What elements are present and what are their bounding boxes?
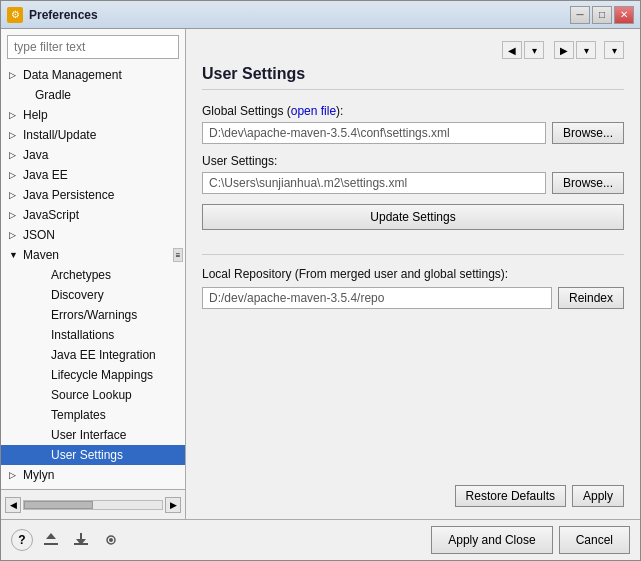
open-file-link[interactable]: open file [291, 104, 336, 118]
cancel-button[interactable]: Cancel [559, 526, 630, 554]
separator [202, 254, 624, 255]
user-settings-label: User Settings: [202, 154, 624, 168]
bottom-left-icons: ? [11, 528, 123, 552]
apply-button[interactable]: Apply [572, 485, 624, 507]
local-repo-row: Reindex [202, 287, 624, 309]
tree-item-errors-warnings[interactable]: Errors/Warnings [1, 305, 185, 325]
expand-arrow: ▷ [9, 210, 19, 220]
home-settings-icon [102, 531, 120, 549]
title-bar: ⚙ Preferences ─ □ ✕ [1, 1, 640, 29]
reindex-button[interactable]: Reindex [558, 287, 624, 309]
back-dropdown[interactable]: ▾ [524, 41, 544, 59]
tree-item-install-update[interactable]: ▷ Install/Update [1, 125, 185, 145]
tree-item-templates[interactable]: Templates [1, 405, 185, 425]
window-title: Preferences [29, 8, 570, 22]
global-settings-label: Global Settings (open file): [202, 104, 624, 118]
scroll-track[interactable] [23, 500, 163, 510]
filter-input[interactable] [7, 35, 179, 59]
tree-item-javascript[interactable]: ▷ JavaScript [1, 205, 185, 225]
apply-and-close-button[interactable]: Apply and Close [431, 526, 552, 554]
expand-arrow: ▼ [9, 250, 19, 260]
expand-arrow: ▷ [9, 230, 19, 240]
scroll-left-button[interactable]: ◀ [5, 497, 21, 513]
tree-item-data-management[interactable]: ▷ Data Management [1, 65, 185, 85]
left-panel: ▷ Data Management Gradle ▷ Help ▷ Instal… [1, 29, 186, 519]
local-repo-input[interactable] [202, 287, 552, 309]
tree-item-gradle[interactable]: Gradle [1, 85, 185, 105]
global-settings-input[interactable] [202, 122, 546, 144]
minimize-button[interactable]: ─ [570, 6, 590, 24]
window-icon: ⚙ [7, 7, 23, 23]
content-area: ▷ Data Management Gradle ▷ Help ▷ Instal… [1, 29, 640, 519]
menu-dropdown[interactable]: ▾ [604, 41, 624, 59]
scroll-thumb[interactable] [24, 501, 93, 509]
svg-rect-0 [44, 543, 58, 545]
tree-area: ▷ Data Management Gradle ▷ Help ▷ Instal… [1, 65, 185, 489]
svg-point-6 [109, 538, 113, 542]
left-panel-scrollbar-area: ◀ ▶ [1, 489, 185, 519]
horizontal-scrollbar[interactable]: ◀ ▶ [3, 495, 183, 515]
tree-item-source-lookup[interactable]: Source Lookup [1, 385, 185, 405]
bottom-right-buttons: Apply and Close Cancel [431, 526, 630, 554]
tree-item-java[interactable]: ▷ Java [1, 145, 185, 165]
bottom-action-bar: ? Apply and [1, 519, 640, 560]
settings-content: User Settings Global Settings (open file… [202, 65, 624, 507]
tree-item-maven[interactable]: ▼ Maven ≡ [1, 245, 185, 265]
local-repo-label: Local Repository (From merged user and g… [202, 267, 624, 281]
tree-item-java-ee-integration[interactable]: Java EE Integration [1, 345, 185, 365]
panel-title: User Settings [202, 65, 624, 90]
tree-item-discovery[interactable]: Discovery [1, 285, 185, 305]
navigation-toolbar: ◀ ▾ ▶ ▾ ▾ [202, 41, 624, 59]
forward-dropdown[interactable]: ▾ [576, 41, 596, 59]
browse-user-button[interactable]: Browse... [552, 172, 624, 194]
global-settings-row: Browse... [202, 122, 624, 144]
expand-arrow: ▷ [9, 70, 19, 80]
restore-apply-row: Restore Defaults Apply [202, 473, 624, 507]
expand-arrow: ▷ [9, 110, 19, 120]
tree-item-archetypes[interactable]: Archetypes [1, 265, 185, 285]
help-icon-button[interactable]: ? [11, 529, 33, 551]
scroll-right-button[interactable]: ▶ [165, 497, 181, 513]
tree-item-user-settings[interactable]: User Settings [1, 445, 185, 465]
tree-item-lifecycle-mappings[interactable]: Lifecycle Mappings [1, 365, 185, 385]
maximize-button[interactable]: □ [592, 6, 612, 24]
right-panel: ◀ ▾ ▶ ▾ ▾ User Settings Global Settings … [186, 29, 640, 519]
expand-arrow: ▷ [9, 170, 19, 180]
export-button[interactable] [69, 528, 93, 552]
user-settings-input[interactable] [202, 172, 546, 194]
tree-item-user-interface[interactable]: User Interface [1, 425, 185, 445]
settings-icon-button[interactable] [99, 528, 123, 552]
tree-item-java-persistence[interactable]: ▷ Java Persistence [1, 185, 185, 205]
user-settings-row: Browse... [202, 172, 624, 194]
scroll-indicator: ≡ [173, 248, 183, 262]
browse-global-button[interactable]: Browse... [552, 122, 624, 144]
svg-marker-1 [46, 533, 56, 539]
back-button[interactable]: ◀ [502, 41, 522, 59]
restore-defaults-button[interactable]: Restore Defaults [455, 485, 566, 507]
update-settings-button[interactable]: Update Settings [202, 204, 624, 230]
preferences-window: ⚙ Preferences ─ □ ✕ ▷ Data Management Gr… [0, 0, 641, 561]
tree-item-mylyn[interactable]: ▷ Mylyn [1, 465, 185, 485]
import-icon [42, 531, 60, 549]
expand-arrow: ▷ [9, 470, 19, 480]
forward-button[interactable]: ▶ [554, 41, 574, 59]
close-button[interactable]: ✕ [614, 6, 634, 24]
expand-arrow: ▷ [9, 130, 19, 140]
window-controls: ─ □ ✕ [570, 6, 634, 24]
expand-arrow: ▷ [9, 190, 19, 200]
tree-item-installations[interactable]: Installations [1, 325, 185, 345]
import-button[interactable] [39, 528, 63, 552]
export-icon [72, 531, 90, 549]
tree-item-java-ee[interactable]: ▷ Java EE [1, 165, 185, 185]
tree-item-help[interactable]: ▷ Help [1, 105, 185, 125]
expand-arrow: ▷ [9, 150, 19, 160]
tree-item-json[interactable]: ▷ JSON [1, 225, 185, 245]
